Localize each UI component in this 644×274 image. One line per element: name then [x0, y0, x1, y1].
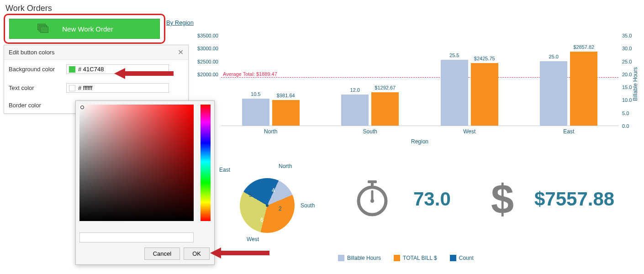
pie-slice-label: North: [279, 163, 292, 169]
bar-total: $1292.67: [371, 92, 399, 126]
bar-billable: 12.0: [341, 95, 369, 126]
x-category: South: [363, 128, 377, 135]
color-hex-input[interactable]: [79, 232, 194, 242]
y2-tick: 25.0: [622, 59, 640, 64]
new-work-order-button[interactable]: New Work Order: [9, 19, 160, 39]
text-swatch: [69, 85, 75, 91]
bar-billable: 10.5: [242, 99, 269, 126]
y2-tick: 5.0: [622, 111, 640, 116]
pie-slice-value: 6: [260, 217, 264, 223]
bar-total: $2425.75: [471, 63, 498, 126]
y2-tick: 15.0: [622, 84, 640, 90]
bar-total: $981.64: [272, 100, 300, 126]
bar-value-label: $2857.82: [573, 44, 594, 50]
legend-item: Count: [450, 255, 474, 261]
bar-value-label: 25.0: [549, 54, 559, 59]
y-tick: $2500.00: [191, 59, 218, 64]
bar-value-label: $2425.75: [474, 56, 495, 61]
kpi-total-value: $7557.88: [534, 188, 614, 210]
legend-swatch: [394, 255, 400, 261]
bar-billable: 25.5: [441, 60, 468, 126]
y-tick: $3000.00: [191, 46, 218, 51]
legend-swatch: [450, 255, 456, 261]
x-category: West: [463, 128, 475, 135]
chart-legend: Billable Hours TOTAL BILL $ Count: [338, 255, 474, 261]
pie-slice-value: 4: [272, 187, 275, 194]
y-tick: $3500.00: [191, 33, 218, 38]
legend-label: Count: [459, 255, 474, 261]
close-icon[interactable]: ✕: [178, 48, 184, 57]
bar-value-label: 10.5: [251, 91, 260, 97]
dollar-icon: $: [486, 180, 518, 223]
y2-tick: 20.0: [622, 72, 640, 77]
edit-panel-title: Edit button colors: [9, 49, 54, 56]
y-tick: $2000.00: [191, 72, 218, 77]
svg-text:$: $: [491, 180, 514, 221]
average-label: Average Total: $1889.47: [223, 71, 277, 77]
pie-slice-label: East: [219, 167, 230, 173]
legend-swatch: [338, 255, 344, 261]
ok-button[interactable]: OK: [184, 248, 210, 260]
legend-label: TOTAL BILL $: [403, 255, 437, 261]
pie-chart: North4South2West6East5: [215, 167, 320, 258]
pie-slice-label: South: [301, 202, 315, 209]
color-picker-cursor: [80, 105, 84, 109]
border-color-label: Border color: [9, 102, 63, 109]
bar-total: $2857.82: [570, 52, 597, 126]
y2-tick: 30.0: [622, 46, 640, 51]
x-axis-label: Region: [411, 138, 428, 145]
legend-label: Billable Hours: [347, 255, 381, 261]
chart-title[interactable]: By Region: [166, 19, 194, 26]
x-category: East: [563, 128, 574, 135]
bar-value-label: $1292.67: [375, 85, 396, 90]
new-work-order-label: New Work Order: [62, 25, 113, 33]
bar-billable: 25.0: [540, 61, 567, 126]
y2-tick: 35.0: [622, 33, 640, 38]
pie-slice-value: 2: [279, 206, 282, 212]
kpi-hours-value: 73.0: [413, 188, 451, 210]
bar-chart: Region Billable Hours $3500.00$3000.00$2…: [192, 27, 635, 146]
legend-item: Billable Hours: [338, 255, 381, 261]
pie-center-dot: [266, 204, 269, 207]
x-category: North: [264, 128, 277, 135]
bg-color-label: Background color: [9, 66, 63, 73]
svg-point-6: [370, 199, 374, 203]
cancel-button[interactable]: Cancel: [144, 248, 180, 260]
annotation-arrow-icon: [114, 67, 174, 80]
legend-item: TOTAL BILL $: [394, 255, 437, 261]
text-color-input[interactable]: [66, 83, 169, 93]
bg-swatch: [69, 66, 75, 73]
y2-tick: 0.0: [622, 123, 640, 129]
text-color-label: Text color: [9, 84, 63, 91]
pie-slice-label: West: [247, 236, 259, 242]
text-color-field[interactable]: [78, 84, 166, 91]
bar-value-label: $981.64: [277, 93, 295, 98]
svg-marker-0: [114, 68, 174, 79]
color-saturation-area[interactable]: [79, 105, 194, 221]
bar-value-label: 12.0: [350, 87, 360, 93]
pie-slice-value: 5: [249, 192, 252, 198]
y2-tick: 10.0: [622, 97, 640, 103]
new-work-order-highlight: New Work Order: [4, 14, 165, 44]
documents-icon: [37, 24, 48, 34]
stopwatch-icon: [356, 180, 388, 219]
bar-value-label: 25.5: [449, 53, 459, 58]
